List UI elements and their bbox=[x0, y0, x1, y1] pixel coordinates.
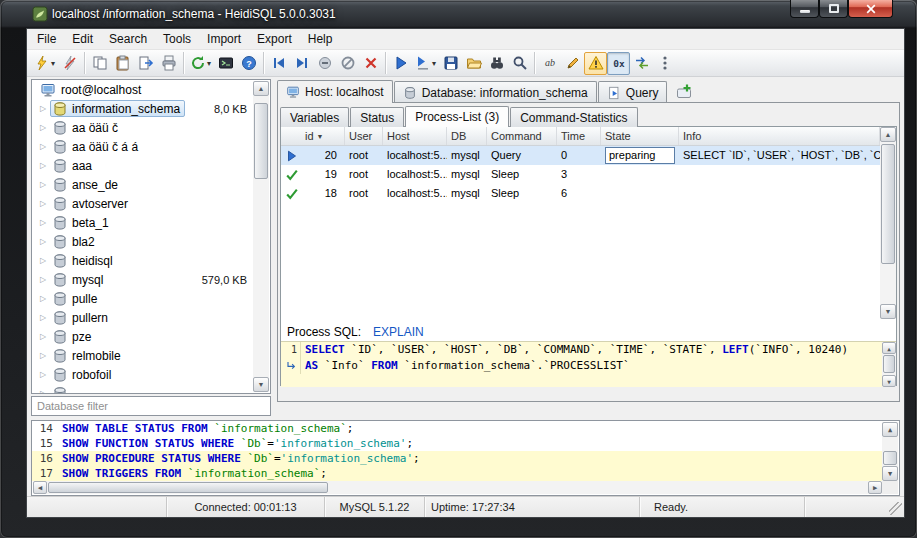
expander-icon[interactable]: ▷ bbox=[36, 351, 50, 360]
nav-last-button[interactable] bbox=[290, 52, 313, 75]
expander-icon[interactable]: ▷ bbox=[36, 389, 50, 394]
menu-export[interactable]: Export bbox=[249, 29, 300, 49]
resize-grip[interactable] bbox=[889, 502, 902, 515]
scroll-up-icon[interactable]: ▲ bbox=[880, 127, 896, 142]
menu-search[interactable]: Search bbox=[101, 29, 155, 49]
scroll-thumb[interactable] bbox=[883, 451, 897, 465]
scroll-up-icon[interactable]: ▲ bbox=[882, 422, 898, 437]
column-header-time[interactable]: Time bbox=[557, 127, 601, 145]
scroll-down-icon[interactable]: ▼ bbox=[880, 304, 896, 319]
process-row-19[interactable]: 19rootlocalhost:5...mysqlSleep3 bbox=[281, 165, 880, 184]
nav-first-button[interactable] bbox=[267, 52, 290, 75]
scroll-thumb[interactable] bbox=[883, 355, 895, 373]
expander-icon[interactable]: ▷ bbox=[36, 332, 50, 341]
tree-scrollbar[interactable]: ▲ ▼ bbox=[253, 81, 269, 392]
inline-state-editor[interactable]: preparing bbox=[605, 147, 675, 164]
edit-button[interactable] bbox=[561, 52, 584, 75]
menu-edit[interactable]: Edit bbox=[64, 29, 101, 49]
run-selection-button[interactable]: ▾ bbox=[412, 52, 439, 75]
expander-icon[interactable]: ▷ bbox=[36, 294, 50, 303]
column-header-user[interactable]: User bbox=[345, 127, 383, 145]
menu-file[interactable]: File bbox=[29, 29, 64, 49]
export-button[interactable] bbox=[134, 52, 157, 75]
find-next-button[interactable] bbox=[508, 52, 531, 75]
expander-icon[interactable]: ▷ bbox=[36, 370, 50, 379]
scroll-down-icon[interactable]: ▼ bbox=[253, 377, 269, 392]
tree-item-pulle[interactable]: ▷pulle bbox=[32, 289, 253, 308]
menu-import[interactable]: Import bbox=[199, 29, 249, 49]
tree-item-aa[interactable]: ▷aa öäü č bbox=[32, 118, 253, 137]
database-filter-input[interactable] bbox=[31, 396, 271, 416]
tree-item-beta-1[interactable]: ▷beta_1 bbox=[32, 213, 253, 232]
expander-icon[interactable]: ▷ bbox=[36, 256, 50, 265]
scroll-up-icon[interactable]: ▲ bbox=[253, 81, 269, 96]
new-query-tab-button[interactable] bbox=[673, 81, 695, 101]
column-header-host[interactable]: Host bbox=[383, 127, 447, 145]
expander-icon[interactable]: ▷ bbox=[36, 180, 50, 189]
tree-item-aaa[interactable]: ▷aaa bbox=[32, 156, 253, 175]
help-button[interactable]: ? bbox=[237, 52, 260, 75]
find-button[interactable] bbox=[485, 52, 508, 75]
print-button[interactable] bbox=[157, 52, 180, 75]
column-header-command[interactable]: Command bbox=[487, 127, 557, 145]
process-row-20[interactable]: 20rootlocalhost:5...mysqlQuery0preparing… bbox=[281, 146, 880, 165]
execute-button[interactable] bbox=[389, 52, 412, 75]
expander-icon[interactable]: ▷ bbox=[36, 199, 50, 208]
tree-item-robofoil[interactable]: ▷robofoil bbox=[32, 365, 253, 384]
expander-icon[interactable]: ▷ bbox=[36, 275, 50, 284]
scroll-thumb[interactable] bbox=[254, 103, 268, 179]
scroll-thumb[interactable] bbox=[48, 482, 328, 493]
quote-button[interactable]: ab bbox=[538, 52, 561, 75]
save-button[interactable] bbox=[439, 52, 462, 75]
column-header-id[interactable]: id▼ bbox=[281, 127, 345, 145]
options-button[interactable] bbox=[653, 52, 676, 75]
grid-scrollbar[interactable]: ▲ ▼ bbox=[880, 127, 896, 319]
column-header-state[interactable]: State bbox=[601, 127, 679, 145]
tab-query[interactable]: Query bbox=[598, 81, 668, 103]
tree-item-information-schema[interactable]: ▷information_schema8,0 KB bbox=[32, 99, 253, 118]
database-tree[interactable]: root@localhost▷information_schema8,0 KB▷… bbox=[31, 79, 271, 394]
record-delete-button[interactable] bbox=[313, 52, 336, 75]
record-discard-button[interactable] bbox=[359, 52, 382, 75]
console-button[interactable] bbox=[214, 52, 237, 75]
expander-icon[interactable]: ▷ bbox=[36, 142, 50, 151]
expander-icon[interactable]: ▷ bbox=[36, 104, 50, 113]
tab-database-information-schema[interactable]: Database: information_schema bbox=[394, 81, 597, 103]
syntax-warning-button[interactable] bbox=[584, 52, 607, 75]
log-horizontal-scrollbar[interactable]: ◀ ▶ bbox=[33, 481, 882, 494]
maximize-button[interactable] bbox=[819, 0, 848, 18]
tree-root-session[interactable]: root@localhost bbox=[32, 80, 253, 99]
scroll-down-icon[interactable]: ▼ bbox=[882, 375, 896, 387]
tree-item-pullern[interactable]: ▷pullern bbox=[32, 308, 253, 327]
scroll-right-icon[interactable]: ▶ bbox=[868, 481, 882, 494]
tree-item-partial[interactable]: ▷ bbox=[32, 384, 253, 394]
tab-process-list-3[interactable]: Process-List (3) bbox=[405, 106, 509, 127]
editor-scrollbar[interactable]: ▲ ▼ bbox=[882, 342, 896, 387]
tree-item-aa[interactable]: ▷aa öäü č á á bbox=[32, 137, 253, 156]
scroll-left-icon[interactable]: ◀ bbox=[33, 481, 47, 494]
minimize-button[interactable] bbox=[790, 0, 819, 18]
menu-help[interactable]: Help bbox=[300, 29, 341, 49]
open-button[interactable] bbox=[462, 52, 485, 75]
foreign-keys-button[interactable] bbox=[630, 52, 653, 75]
expander-icon[interactable]: ▷ bbox=[36, 218, 50, 227]
tree-item-avtoserver[interactable]: ▷avtoserver bbox=[32, 194, 253, 213]
expander-icon[interactable]: ▷ bbox=[36, 313, 50, 322]
expander-icon[interactable]: ▷ bbox=[36, 161, 50, 170]
tab-status[interactable]: Status bbox=[350, 107, 404, 127]
column-header-info[interactable]: Info bbox=[679, 127, 880, 145]
expander-icon[interactable]: ▷ bbox=[36, 123, 50, 132]
tab-variables[interactable]: Variables bbox=[280, 107, 349, 127]
disconnect-button[interactable] bbox=[58, 52, 81, 75]
hex-toggle-button[interactable]: 0x bbox=[607, 52, 630, 75]
log-vertical-scrollbar[interactable]: ▲ ▼ bbox=[882, 422, 898, 481]
refresh-button[interactable]: ▾ bbox=[187, 52, 214, 75]
process-sql-editor[interactable]: 1SELECT `ID`, `USER`, `HOST`, `DB`, `COM… bbox=[281, 341, 896, 387]
tree-item-pze[interactable]: ▷pze bbox=[32, 327, 253, 346]
tree-item-heidisql[interactable]: ▷heidisql bbox=[32, 251, 253, 270]
explain-link[interactable]: EXPLAIN bbox=[373, 325, 424, 339]
expander-icon[interactable]: ▷ bbox=[36, 237, 50, 246]
scroll-thumb[interactable] bbox=[881, 144, 895, 264]
process-row-18[interactable]: 18rootlocalhost:5...mysqlSleep6 bbox=[281, 184, 880, 203]
scroll-up-icon[interactable]: ▲ bbox=[882, 342, 896, 354]
